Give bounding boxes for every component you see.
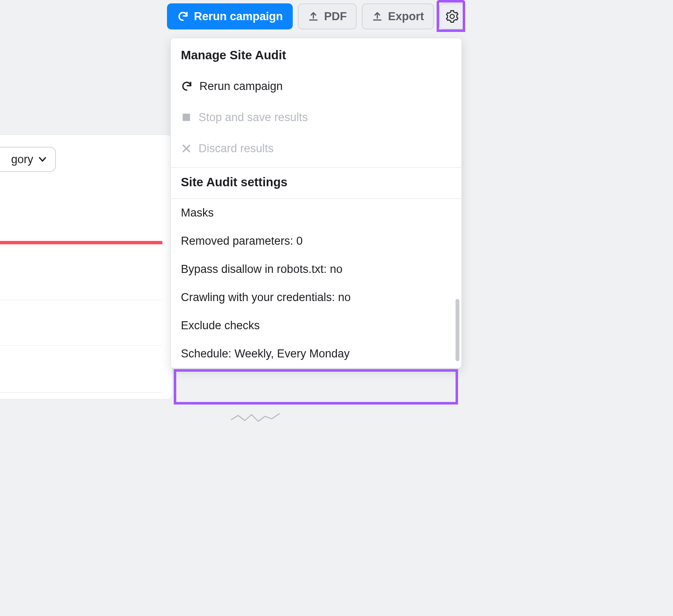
settings-section-title: Site Audit settings: [171, 168, 461, 195]
chevron-down-icon: [37, 154, 48, 164]
svg-rect-0: [183, 114, 190, 121]
rerun-campaign-label: Rerun campaign: [194, 10, 283, 23]
category-dropdown[interactable]: gory: [0, 147, 56, 172]
category-label-partial: gory: [11, 153, 33, 166]
settings-removed-parameters[interactable]: Removed parameters: 0: [171, 227, 461, 255]
toolbar: Rerun campaign PDF Export: [167, 3, 465, 29]
dropdown-stop-label: Stop and save results: [199, 111, 308, 124]
settings-crawl-credentials[interactable]: Crawling with your credentials: no: [171, 283, 461, 312]
progress-bar: [0, 241, 162, 244]
dropdown-rerun-label: Rerun campaign: [199, 80, 283, 93]
dropdown-stop-save: Stop and save results: [171, 102, 461, 133]
rerun-campaign-button[interactable]: Rerun campaign: [167, 3, 293, 29]
export-label: Export: [388, 10, 424, 23]
manage-section-title: Manage Site Audit: [171, 38, 461, 71]
schedule-highlight: [174, 369, 458, 404]
refresh-icon: [177, 11, 189, 22]
content-panel: gory: [0, 135, 172, 399]
upload-icon: [372, 11, 383, 22]
upload-icon: [308, 11, 319, 22]
row-divider: [0, 345, 162, 346]
export-button[interactable]: Export: [362, 3, 434, 29]
gear-icon: [446, 10, 458, 23]
settings-button[interactable]: [439, 3, 465, 29]
settings-masks[interactable]: Masks: [171, 199, 461, 227]
row-divider: [0, 300, 162, 300]
row-divider: [0, 392, 162, 393]
refresh-icon: [181, 80, 193, 92]
settings-dropdown: Manage Site Audit Rerun campaign Stop an…: [170, 38, 462, 368]
dropdown-discard: Discard results: [171, 133, 461, 164]
settings-schedule[interactable]: Schedule: Weekly, Every Monday: [171, 340, 461, 368]
scrollbar-thumb[interactable]: [456, 299, 459, 361]
settings-bypass-disallow[interactable]: Bypass disallow in robots.txt: no: [171, 255, 461, 283]
dropdown-rerun-campaign[interactable]: Rerun campaign: [171, 71, 461, 102]
pdf-label: PDF: [324, 10, 347, 23]
dropdown-discard-label: Discard results: [199, 142, 274, 155]
sparkline-icon: [231, 412, 281, 425]
close-icon: [181, 143, 192, 154]
pdf-button[interactable]: PDF: [298, 3, 357, 29]
settings-exclude-checks[interactable]: Exclude checks: [171, 312, 461, 340]
stop-icon: [181, 112, 192, 123]
